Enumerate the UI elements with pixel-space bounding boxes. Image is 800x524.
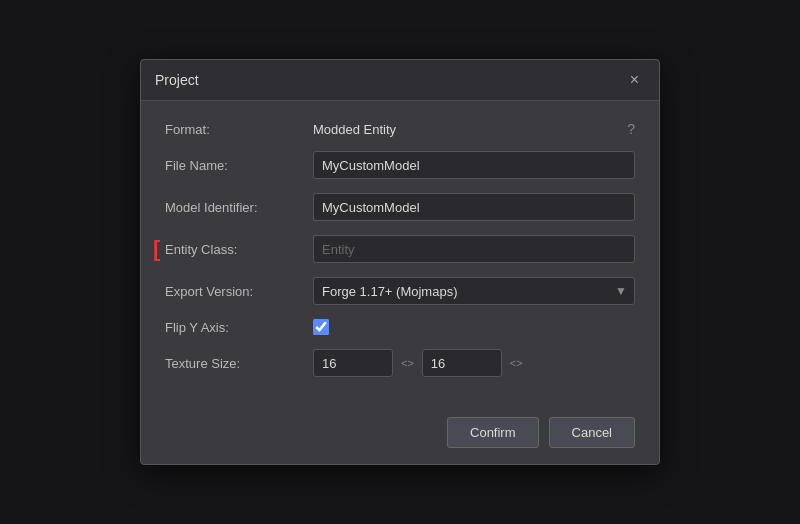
format-row: Format: Modded Entity ? — [165, 121, 635, 137]
project-dialog: Project × Format: Modded Entity ? File N… — [140, 59, 660, 465]
entity-class-input[interactable] — [313, 235, 635, 263]
texture-size-row: Texture Size: <> <> — [165, 349, 635, 377]
texture-size-label: Texture Size: — [165, 356, 313, 371]
flip-y-label: Flip Y Axis: — [165, 320, 313, 335]
close-button[interactable]: × — [624, 70, 645, 90]
filename-row: File Name: — [165, 151, 635, 179]
entity-class-label: Entity Class: — [165, 242, 313, 257]
export-version-label: Export Version: — [165, 284, 313, 299]
export-version-select[interactable]: Forge 1.17+ (Mojmaps) Forge 1.12 Fabric — [313, 277, 635, 305]
export-version-row: Export Version: Forge 1.17+ (Mojmaps) Fo… — [165, 277, 635, 305]
dialog-footer: Confirm Cancel — [141, 407, 659, 464]
texture-width-arrows-icon[interactable]: <> — [393, 357, 422, 369]
format-hint[interactable]: ? — [627, 121, 635, 137]
flip-y-wrapper — [313, 319, 329, 335]
texture-width-input[interactable] — [313, 349, 393, 377]
flip-y-row: Flip Y Axis: — [165, 319, 635, 335]
dialog-title: Project — [155, 72, 199, 88]
filename-input[interactable] — [313, 151, 635, 179]
model-id-input[interactable] — [313, 193, 635, 221]
entity-class-row: [ Entity Class: — [165, 235, 635, 263]
confirm-button[interactable]: Confirm — [447, 417, 539, 448]
model-id-label: Model Identifier: — [165, 200, 313, 215]
red-bracket-icon: [ — [153, 238, 160, 260]
flip-y-checkbox[interactable] — [313, 319, 329, 335]
texture-height-input[interactable] — [422, 349, 502, 377]
export-version-wrapper: Forge 1.17+ (Mojmaps) Forge 1.12 Fabric … — [313, 277, 635, 305]
texture-height-arrows-icon[interactable]: <> — [502, 357, 531, 369]
dialog-body: Format: Modded Entity ? File Name: Model… — [141, 101, 659, 407]
format-value: Modded Entity — [313, 122, 627, 137]
dialog-title-bar: Project × — [141, 60, 659, 101]
filename-label: File Name: — [165, 158, 313, 173]
cancel-button[interactable]: Cancel — [549, 417, 635, 448]
model-id-row: Model Identifier: — [165, 193, 635, 221]
format-label: Format: — [165, 122, 313, 137]
texture-size-inputs: <> <> — [313, 349, 531, 377]
